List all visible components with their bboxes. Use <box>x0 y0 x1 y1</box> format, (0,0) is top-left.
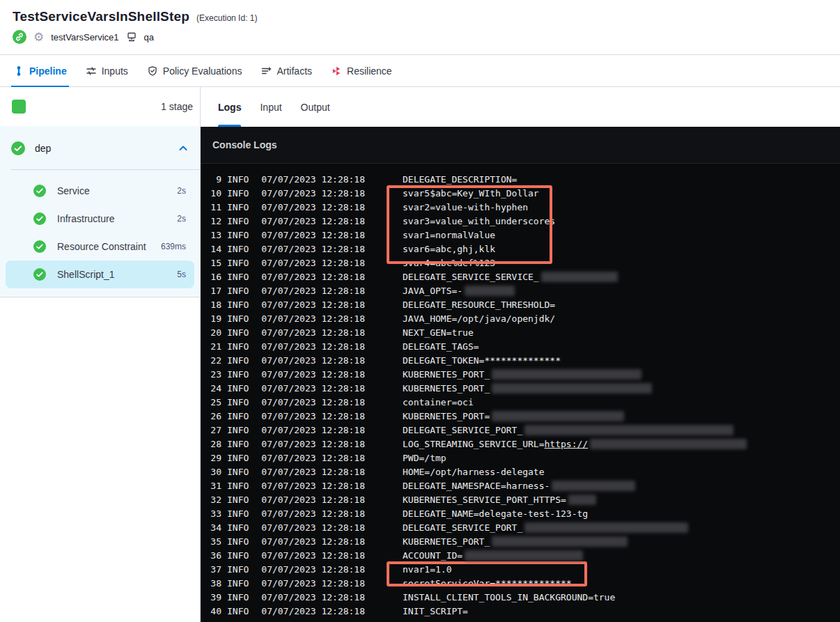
log-timestamp: 07/07/2023 12:28:18 <box>261 425 365 435</box>
artifacts-icon <box>260 65 272 77</box>
stage-group-label: dep <box>35 143 168 154</box>
tab-inputs[interactable]: Inputs <box>86 55 128 86</box>
log-timestamp: 07/07/2023 12:28:18 <box>261 313 365 324</box>
log-message: KUBERNETES_PORT_ <box>403 369 641 380</box>
log-text: svar1=normalValue <box>403 230 495 240</box>
log-level: INFO <box>227 272 249 282</box>
log-line: 29INFO07/07/2023 12:28:18PWD=/tmp <box>206 451 840 465</box>
log-line-number: 18 <box>206 300 221 310</box>
log-line: 11INFO07/07/2023 12:28:18svar2=value-wit… <box>206 200 840 214</box>
log-message: svar3=value_with_underscores <box>403 216 555 226</box>
stage-group-dep[interactable]: dep <box>0 126 200 169</box>
service-name: testVarsService1 <box>51 32 118 42</box>
page-title: TestServiceVarsInShellStep <box>13 9 189 24</box>
tab-policy-evaluations[interactable]: Policy Evaluations <box>147 55 242 86</box>
stage-bar: 1 stage <box>0 87 200 126</box>
redacted-value <box>524 425 733 435</box>
log-level: INFO <box>227 508 249 519</box>
content: 1 stage dep Service2sInfrastructure2sRes… <box>0 87 840 622</box>
step-list: Service2sInfrastructure2sResource Constr… <box>0 170 200 288</box>
redacted-value <box>590 439 747 449</box>
log-message: nvar1=1.0 <box>403 564 451 575</box>
step-duration: 2s <box>177 186 186 196</box>
log-line: 23INFO07/07/2023 12:28:18KUBERNETES_PORT… <box>206 367 840 381</box>
log-message: LOG_STREAMING_SERVICE_URL=https:// <box>403 439 747 449</box>
log-level: INFO <box>227 564 249 575</box>
redacted-value <box>492 369 641 380</box>
log-timestamp: 07/07/2023 12:28:18 <box>261 550 365 561</box>
log-line: 21INFO07/07/2023 12:28:18DELEGATE_TAGS= <box>206 339 840 353</box>
log-line: 22INFO07/07/2023 12:28:18DELEGATE_TOKEN=… <box>206 353 840 367</box>
sidebar-step-service[interactable]: Service2s <box>0 177 200 205</box>
log-line: 37INFO07/07/2023 12:28:18nvar1=1.0 <box>206 562 840 576</box>
log-timestamp: 07/07/2023 12:28:18 <box>261 202 365 212</box>
tab-artifacts[interactable]: Artifacts <box>260 55 312 86</box>
log-timestamp: 07/07/2023 12:28:18 <box>261 355 365 366</box>
check-circle-icon <box>11 141 25 155</box>
tab-label: Policy Evaluations <box>163 65 242 77</box>
log-tab-output[interactable]: Output <box>301 87 330 127</box>
log-level: INFO <box>227 286 249 296</box>
log-level: INFO <box>227 313 249 324</box>
gear-icon: ⚙ <box>33 31 44 43</box>
log-timestamp: 07/07/2023 12:28:18 <box>261 606 365 616</box>
title-row: TestServiceVarsInShellStep (Execution Id… <box>13 9 840 24</box>
log-level: INFO <box>227 327 249 338</box>
log-line: 18INFO07/07/2023 12:28:18DELEGATE_RESOUR… <box>206 297 840 311</box>
sidebar-step-resource-constraint[interactable]: Resource Constraint639ms <box>0 233 200 261</box>
log-tab-input[interactable]: Input <box>260 87 281 127</box>
log-line-number: 23 <box>206 369 221 380</box>
log-timestamp: 07/07/2023 12:28:18 <box>261 495 365 505</box>
log-message: INIT_SCRIPT= <box>403 606 468 616</box>
log-text: NEXT_GEN=true <box>403 327 474 338</box>
sidebar-step-infrastructure[interactable]: Infrastructure2s <box>0 205 200 233</box>
log-text: LOG_STREAMING_SERVICE_URL= <box>403 439 545 449</box>
log-tab-logs[interactable]: Logs <box>218 87 241 127</box>
log-line: 28INFO07/07/2023 12:28:18LOG_STREAMING_S… <box>206 437 840 451</box>
sidebar-step-shellscript-1[interactable]: ShellScript_15s <box>6 261 194 288</box>
log-line: 10INFO07/07/2023 12:28:18svar5$abc=Key_W… <box>206 186 840 200</box>
log-text: nvar1=1.0 <box>403 564 451 575</box>
log-list: 9INFO07/07/2023 12:28:18DELEGATE_DESCRIP… <box>201 164 840 622</box>
log-message: JAVA_OPTS=- <box>403 286 515 296</box>
redacted-value <box>492 536 628 547</box>
log-message: svar6=abc,ghj,klk <box>403 244 495 254</box>
log-timestamp: 07/07/2023 12:28:18 <box>261 244 365 254</box>
log-link[interactable]: https:// <box>545 439 589 449</box>
log-text: KUBERNETES_PORT_ <box>403 383 490 394</box>
environment-icon <box>126 31 137 42</box>
redacted-value <box>465 550 583 561</box>
log-text: container=oci <box>403 397 474 407</box>
log-line: 19INFO07/07/2023 12:28:18JAVA_HOME=/opt/… <box>206 311 840 325</box>
log-line-number: 24 <box>206 383 221 394</box>
log-timestamp: 07/07/2023 12:28:18 <box>261 174 365 185</box>
log-level: INFO <box>227 522 249 533</box>
chevron-up-icon[interactable] <box>178 143 189 154</box>
log-level: INFO <box>227 188 249 199</box>
step-label: Infrastructure <box>57 213 166 224</box>
log-text: DELEGATE_SERVICE_PORT_ <box>403 522 522 533</box>
log-message: KUBERNETES_PORT_ <box>403 383 652 394</box>
inputs-icon <box>86 65 97 77</box>
log-timestamp: 07/07/2023 12:28:18 <box>261 286 365 296</box>
log-text: INSTALL_CLIENT_TOOLS_IN_BACKGROUND=true <box>403 592 615 602</box>
stage-status-square[interactable] <box>12 100 26 114</box>
log-level: INFO <box>227 397 249 407</box>
log-level: INFO <box>227 453 249 463</box>
log-line: 20INFO07/07/2023 12:28:18NEXT_GEN=true <box>206 325 840 339</box>
log-line: 36INFO07/07/2023 12:28:18ACCOUNT_ID= <box>206 548 840 562</box>
log-timestamp: 07/07/2023 12:28:18 <box>261 327 365 338</box>
log-level: INFO <box>227 467 249 477</box>
log-line-number: 19 <box>206 313 221 324</box>
log-timestamp: 07/07/2023 12:28:18 <box>261 230 365 240</box>
log-message: HOME=/opt/harness-delegate <box>403 467 545 477</box>
log-text: DELEGATE_TAGS= <box>403 341 479 352</box>
log-text: HOME=/opt/harness-delegate <box>403 467 545 477</box>
log-timestamp: 07/07/2023 12:28:18 <box>261 216 365 226</box>
tab-resilience[interactable]: Resilience <box>331 55 392 86</box>
tab-pipeline[interactable]: Pipeline <box>13 55 67 86</box>
log-timestamp: 07/07/2023 12:28:18 <box>261 453 365 463</box>
log-line-number: 31 <box>206 481 221 491</box>
log-message: DELEGATE_SERVICE_PORT_ <box>403 425 733 435</box>
policy-evaluations-icon <box>147 65 158 77</box>
